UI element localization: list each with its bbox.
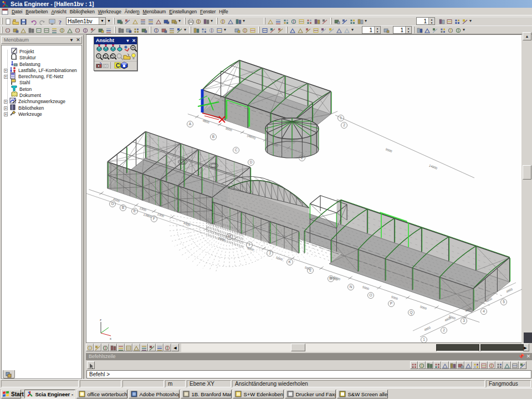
svg-text:5000: 5000 — [247, 246, 254, 252]
svg-text:B: B — [122, 206, 124, 209]
svg-text:2300: 2300 — [139, 207, 147, 212]
svg-text:N: N — [350, 285, 352, 289]
svg-text:M: M — [329, 277, 332, 280]
svg-text:5: 5 — [503, 300, 505, 304]
svg-text:J: J — [269, 251, 270, 255]
svg-text:4800: 4800 — [423, 326, 431, 332]
svg-text:4800: 4800 — [202, 119, 210, 124]
svg-text:P: P — [390, 301, 392, 305]
svg-text:(4800): (4800) — [247, 134, 256, 140]
svg-text:E: E — [301, 156, 304, 160]
svg-text:K: K — [289, 260, 291, 264]
svg-text:H: H — [228, 234, 231, 238]
svg-text:I: I — [249, 243, 250, 247]
svg-text:x: x — [110, 337, 111, 340]
svg-text:L: L — [309, 268, 311, 272]
svg-text:13800: 13800 — [143, 213, 152, 219]
svg-text:?: ? — [59, 19, 62, 25]
svg-text:5000: 5000 — [218, 236, 226, 242]
svg-text:1: 1 — [423, 337, 425, 341]
svg-text:2: 2 — [343, 123, 345, 127]
svg-text:3: 3 — [463, 319, 465, 323]
svg-text:z: z — [100, 318, 101, 321]
svg-text:C: C — [116, 63, 120, 69]
svg-text:4: 4 — [483, 309, 485, 313]
svg-text:5000: 5000 — [420, 305, 427, 310]
svg-text:4800: 4800 — [505, 288, 513, 294]
svg-text:Q: Q — [410, 310, 412, 315]
svg-text:G: G — [111, 202, 114, 206]
svg-text:2: 2 — [443, 328, 445, 332]
svg-text:3000: 3000 — [225, 126, 233, 132]
svg-text:D: D — [250, 160, 253, 164]
svg-text:4800: 4800 — [444, 316, 452, 323]
svg-text:2300: 2300 — [157, 212, 165, 218]
svg-text:B: B — [212, 135, 214, 139]
svg-text:F: F — [153, 217, 155, 221]
svg-text:9000: 9000 — [385, 147, 393, 153]
svg-text:14800: 14800 — [429, 164, 438, 170]
svg-text:5000: 5000 — [362, 285, 370, 291]
svg-text:A: A — [189, 122, 192, 126]
svg-text:C: C — [235, 148, 238, 152]
svg-text:5000: 5000 — [391, 295, 398, 301]
svg-text:E: E — [134, 209, 136, 213]
svg-text:O: O — [369, 293, 372, 297]
svg-text:5000: 5000 — [275, 256, 283, 262]
